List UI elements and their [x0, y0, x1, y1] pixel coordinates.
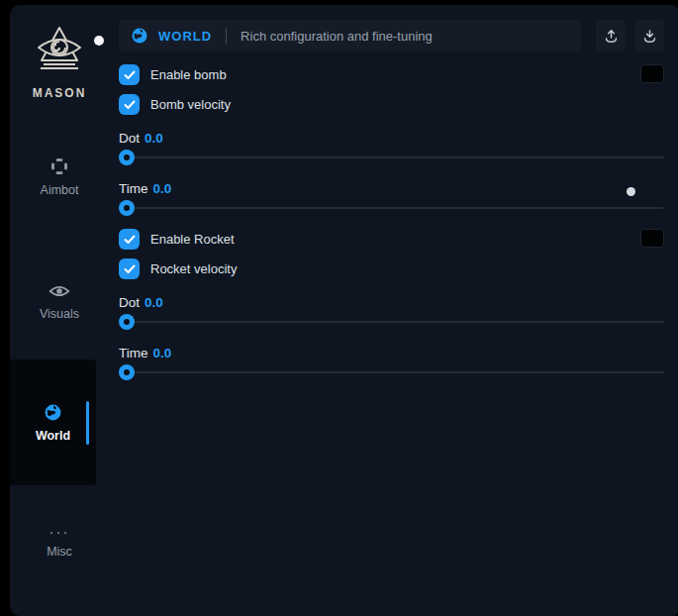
bomb-dot-label: Dot0.0: [119, 131, 664, 146]
sidebar-item-misc[interactable]: ··· Misc: [10, 528, 109, 559]
enable-rocket-label: Enable Rocket: [150, 232, 235, 247]
check-icon: [124, 264, 136, 274]
download-config-button[interactable]: [634, 20, 664, 51]
bomb-time-label: Time0.0: [119, 181, 664, 196]
bomb-color-swatch[interactable]: [640, 64, 664, 83]
download-icon: [641, 28, 658, 45]
rocket-velocity-checkbox[interactable]: [119, 258, 140, 279]
slider-name: Time: [119, 181, 148, 196]
upload-icon: [603, 28, 620, 45]
eye-icon: [48, 282, 70, 300]
slider-name: Dot: [119, 295, 140, 310]
enable-rocket-checkbox[interactable]: [119, 229, 140, 250]
sidebar-item-aimbot[interactable]: Aimbot: [10, 156, 109, 197]
slider-thumb[interactable]: [119, 314, 135, 330]
page-subtitle: Rich configuration and fine-tuning: [241, 29, 433, 44]
check-icon: [124, 100, 136, 110]
sidebar-item-label: Visuals: [40, 307, 79, 321]
rocket-velocity-row: Rocket velocity: [119, 258, 664, 279]
globe-icon: [131, 27, 148, 45]
app-window: MASON Aimbot Visuals World: [10, 5, 678, 616]
enable-bomb-label: Enable bomb: [150, 67, 227, 82]
sidebar: MASON Aimbot Visuals World: [10, 5, 119, 616]
sidebar-item-world[interactable]: World: [10, 359, 96, 485]
bomb-dot-slider[interactable]: [119, 150, 664, 165]
header-bar: WORLD Rich configuration and fine-tuning: [119, 20, 581, 51]
slider-track[interactable]: [119, 371, 664, 373]
globe-icon: [44, 403, 62, 422]
sidebar-item-label: Misc: [47, 545, 72, 559]
slider-thumb[interactable]: [119, 150, 135, 165]
upload-config-button[interactable]: [596, 20, 626, 51]
slider-track[interactable]: [119, 207, 664, 209]
page-title: WORLD: [158, 29, 212, 44]
slider-thumb[interactable]: [119, 200, 135, 216]
check-icon: [124, 235, 136, 245]
particle-dot: [627, 187, 635, 196]
bomb-velocity-checkbox[interactable]: [119, 94, 140, 115]
rocket-velocity-label: Rocket velocity: [150, 261, 237, 276]
page-header: WORLD Rich configuration and fine-tuning: [119, 20, 664, 51]
sidebar-item-label: World: [36, 429, 70, 443]
slider-name: Dot: [119, 131, 140, 146]
enable-bomb-checkbox[interactable]: [119, 64, 140, 85]
rocket-time-slider[interactable]: [119, 364, 664, 380]
bomb-velocity-label: Bomb velocity: [150, 97, 231, 112]
rocket-color-swatch[interactable]: [640, 229, 664, 248]
sidebar-item-label: Aimbot: [41, 183, 79, 197]
rocket-dot-label: Dot0.0: [119, 295, 664, 310]
pyramid-eye-icon: [32, 23, 87, 78]
bomb-velocity-row: Bomb velocity: [119, 94, 664, 115]
slider-value: 0.0: [153, 346, 172, 360]
slider-track[interactable]: [119, 156, 664, 158]
enable-bomb-row: Enable bomb: [119, 64, 664, 85]
crosshair-icon: [49, 156, 69, 176]
slider-value: 0.0: [145, 131, 163, 146]
rocket-dot-slider[interactable]: [119, 314, 664, 330]
enable-rocket-row: Enable Rocket: [119, 229, 664, 250]
brand-logo: MASON: [10, 23, 109, 100]
ellipsis-icon: ···: [10, 528, 109, 536]
slider-name: Time: [119, 346, 148, 360]
brand-name: MASON: [10, 86, 109, 100]
sidebar-item-visuals[interactable]: Visuals: [10, 282, 109, 321]
check-icon: [124, 70, 136, 80]
bomb-time-slider[interactable]: [119, 200, 664, 216]
main-content: WORLD Rich configuration and fine-tuning: [119, 20, 664, 380]
rocket-time-label: Time0.0: [119, 346, 664, 360]
slider-value: 0.0: [153, 181, 172, 196]
divider: [226, 28, 227, 44]
slider-value: 0.0: [145, 295, 163, 310]
slider-track[interactable]: [119, 321, 664, 323]
slider-thumb[interactable]: [119, 364, 135, 380]
cursor-dot: [94, 36, 104, 46]
